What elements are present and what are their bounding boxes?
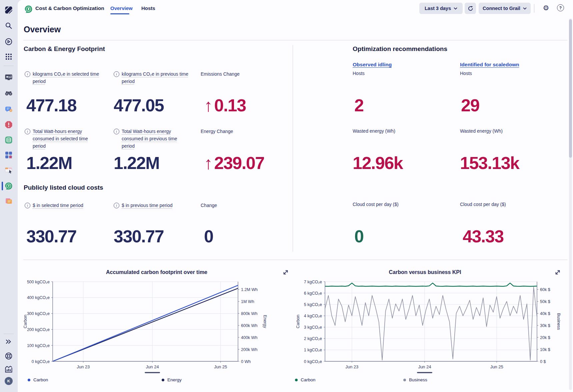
sidebar-item-cost-carbon[interactable] [4, 182, 13, 190]
sidebar-item-grail[interactable] [4, 136, 13, 144]
kpi-value-co2-previous: 477.05 [114, 97, 164, 114]
y2-tick-label: 600k Wh [241, 323, 257, 328]
notebooks-app-icon [4, 197, 13, 206]
grid-glyph [5, 53, 13, 61]
kpi-label-cost-previous: i $ in previous time period [114, 202, 200, 209]
y2-tick-label: 800k Wh [241, 311, 257, 316]
sidebar-item-clusters[interactable] [4, 151, 13, 159]
page-scrollbar-thumb[interactable] [569, 19, 572, 158]
support-icon[interactable] [4, 352, 13, 360]
user-avatar[interactable]: K [5, 377, 13, 385]
connect-to-grail-button[interactable]: Connect to Grail [479, 3, 531, 14]
refresh-button[interactable] [465, 3, 476, 14]
legend-dot-carbon2 [295, 379, 298, 381]
scaledown-cost-value: 43.33 [463, 228, 504, 245]
y-tick-label: 6 kgCO₂e [304, 291, 322, 296]
series-line-business [325, 287, 537, 360]
y-tick-label: 500 kgCO₂e [27, 280, 50, 284]
sidebar-item-copilot[interactable] [4, 105, 13, 113]
tab-hosts[interactable]: Hosts [141, 5, 155, 11]
info-icon[interactable]: i [114, 71, 119, 77]
sidebar-divider-top [4, 66, 14, 66]
observed-idling-link[interactable]: Observed idling [353, 62, 392, 68]
left-axis-title: Carbon [296, 315, 300, 328]
right-axis-title: Energy [263, 315, 267, 328]
info-icon[interactable]: i [25, 129, 30, 134]
idling-energy-label: Wasted energy (Wh) [353, 128, 395, 134]
kpi-value-energy-selected: 1.22M [26, 154, 72, 172]
kpi-value-cost-previous: 330.77 [114, 228, 164, 245]
dynatrace-logo-icon[interactable] [4, 6, 13, 14]
sidebar-item-problems[interactable] [4, 120, 13, 129]
legend-item-carbon[interactable]: Carbon [28, 377, 48, 382]
x-tick-label: Jun 23 [77, 364, 90, 369]
scaledown-cost-label: Cloud cost per day ($) [460, 202, 506, 207]
info-icon[interactable]: i [114, 129, 119, 134]
dashboards-app-icon [4, 73, 13, 82]
sidebar-item-notebooks[interactable] [4, 197, 13, 206]
kpi-label-energy-selected: i Total Watt-hours energy consumed in se… [25, 128, 90, 150]
sidebar-item-observe[interactable] [4, 89, 13, 98]
help-question-glyph: ? [557, 4, 564, 11]
y2-tick-label: 0 Wh [241, 359, 251, 364]
time-range-label: Last 3 days [425, 6, 451, 11]
y-tick-label: 2 kgCO₂e [304, 336, 322, 341]
identified-scaledown-link[interactable]: Identified for scaledown [460, 62, 519, 68]
x-axis-scrollbar[interactable] [417, 372, 432, 373]
product-title: Cost & Carbon Optimization [35, 5, 104, 11]
kpi-label-co2-previous: i kilograms CO₂e in previous time period [114, 70, 191, 85]
carbon-business-chart[interactable]: 7 kgCO₂e6 kgCO₂e5 kgCO₂e4 kgCO₂e3 kgCO₂e… [283, 277, 567, 377]
x-tick-label: Jun 24 [146, 364, 159, 369]
info-icon[interactable]: i [25, 203, 30, 208]
y-tick-label: 200 kgCO₂e [27, 327, 50, 332]
page-title: Overview [24, 25, 61, 34]
help-icon[interactable]: ? [557, 4, 564, 11]
x-tick-label: Jun 24 [418, 364, 431, 369]
y-tick-label: 100 kgCO₂e [27, 343, 50, 348]
idling-cost-label: Cloud cost per day ($) [353, 202, 399, 207]
info-icon[interactable]: i [25, 71, 30, 77]
legend-dot-energy [162, 379, 164, 381]
idling-energy-value: 12.96k [353, 154, 403, 172]
y-tick-label: 300 kgCO₂e [27, 311, 50, 316]
sidebar-item-dashboards[interactable] [4, 73, 13, 82]
y-tick-label: 0 kgCO₂e [32, 359, 50, 364]
search-icon[interactable] [4, 21, 13, 30]
y-tick-label: 1 kgCO₂e [304, 348, 322, 352]
hosts-app-icon [4, 166, 13, 174]
storage-app-icon [4, 136, 13, 144]
app-grid-icon[interactable] [4, 52, 13, 61]
legend-item-energy[interactable]: Energy [162, 377, 182, 382]
section-recommendations-title: Optimization recommendations [353, 45, 447, 53]
kpi-label-energy-change: Energy Change [201, 129, 233, 134]
chart-frame-glyph [4, 365, 13, 374]
tab-overview[interactable]: Overview [110, 5, 133, 11]
legend-item-carbon2[interactable]: Carbon [295, 377, 315, 382]
chart2-expand-icon[interactable] [555, 269, 561, 275]
y2-tick-label: 400k Wh [241, 335, 257, 340]
active-tab-underline [110, 13, 129, 14]
series-line-carbon [53, 285, 238, 361]
expand-sidebar-icon[interactable] [4, 337, 13, 346]
getting-started-icon[interactable] [4, 37, 13, 46]
sidebar-item-hosts[interactable] [4, 166, 13, 174]
y-tick-label: 5 kgCO₂e [304, 302, 322, 307]
idling-hosts-label: Hosts [353, 71, 365, 76]
section-divider [293, 45, 293, 252]
x-axis-scrollbar[interactable] [145, 372, 160, 373]
usage-chart-icon[interactable] [4, 365, 13, 374]
idling-hosts-value: 2 [354, 97, 363, 114]
y2-tick-label: 50k $ [540, 299, 550, 304]
double-chevron-right-glyph [5, 338, 13, 346]
kpi-value-energy-previous: 1.22M [114, 154, 159, 172]
y2-tick-label: 10k $ [540, 347, 550, 352]
info-icon[interactable]: i [114, 203, 119, 208]
time-range-selector[interactable]: Last 3 days [419, 3, 463, 14]
scaledown-hosts-label: Hosts [460, 71, 472, 76]
charts-divider [23, 260, 567, 260]
legend-item-business[interactable]: Business [403, 377, 427, 382]
y2-tick-label: 200k Wh [241, 347, 257, 352]
carbon-footprint-chart[interactable]: 500 kgCO₂e400 kgCO₂e300 kgCO₂e200 kgCO₂e… [23, 277, 290, 377]
section-footprint-title: Carbon & Energy Footprint [24, 45, 105, 53]
settings-gear-icon[interactable]: ⚙ [541, 3, 551, 13]
